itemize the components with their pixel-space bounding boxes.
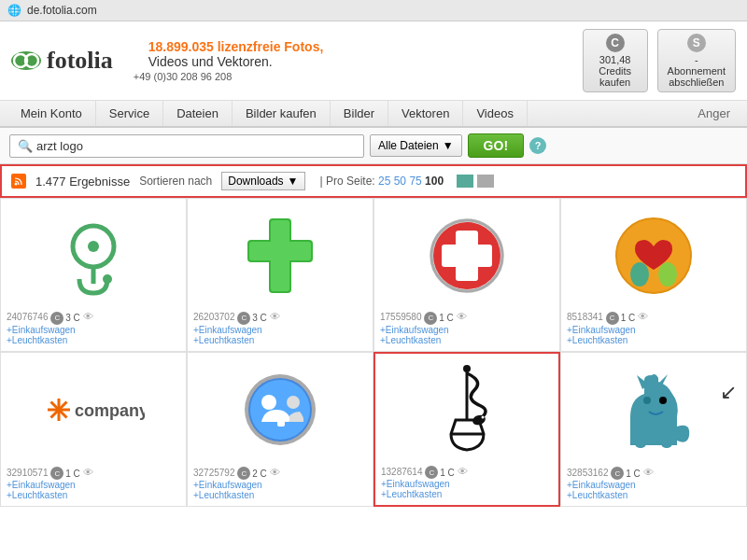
img-actions-6[interactable]: +Einkaufswagen+Leuchtkasten [193,480,367,500]
img-actions-5[interactable]: +Einkaufswagen+Leuchtkasten [7,480,180,500]
go-button[interactable]: GO! [468,133,524,158]
img-id-3: 17559580 [380,312,422,322]
img-price-2: C 3 C [237,312,267,325]
nav-item-vektoren[interactable]: Vektoren [388,101,463,126]
abo-label: Abonnementabschließen [668,65,726,88]
logo-text: fotolia [47,47,113,75]
sort-arrow: ▼ [288,175,299,188]
image-cell-1[interactable]: 24076746 C 3 C 👁 +Einkaufswagen+Leuchtka… [0,198,187,352]
tagline-area: 18.899.035 lizenzfreie Fotos, Videos und… [134,39,324,82]
img-actions-3[interactable]: +Einkaufswagen+Leuchtkasten [380,325,554,345]
image-thumb-1 [7,204,180,307]
search-icon: 🔍 [18,139,33,153]
phone: +49 (0)30 208 96 208 [134,71,324,82]
search-input[interactable] [36,139,356,153]
img-actions-8[interactable]: +Einkaufswagen+Leuchtkasten [567,480,740,500]
abo-button[interactable]: S - Abonnementabschließen [657,29,736,92]
tagline-count: 18.899.035 [148,39,214,54]
results-count: 1.477 Ergebnisse [35,175,130,189]
credits-amount: 301,48 [599,54,631,65]
img-price-4: C 1 C [606,312,636,325]
svg-rect-14 [442,245,492,267]
nav-item-bilder-kaufen[interactable]: Bilder kaufen [233,101,331,126]
help-icon[interactable]: ? [529,137,546,154]
sort-value: Downloads [228,175,283,188]
image-thumb-4 [567,204,740,307]
img-price-6: C 2 C [237,467,267,480]
img-actions-4[interactable]: +Einkaufswagen+Leuchtkasten [567,325,740,345]
filter-label: Alle Dateien [378,139,439,152]
image-cell-6[interactable]: 32725792 C 2 C 👁 +Einkaufswagen+Leuchtka… [187,352,374,508]
img-id-7: 13287614 [381,467,423,477]
image-thumb-6 [193,358,367,463]
header: fotolia 18.899.035 lizenzfreie Fotos, Vi… [0,21,747,101]
img-id-4: 8518341 [567,312,603,322]
per-page-50[interactable]: 50 [394,175,406,188]
nav: Mein Konto Service Dateien Bilder kaufen… [0,101,747,128]
svg-text:company: company [75,401,145,420]
nav-item-konto[interactable]: Mein Konto [7,101,96,126]
per-page-100[interactable]: 100 [425,175,444,188]
svg-rect-39 [635,431,646,448]
tagline: 18.899.035 lizenzfreie Fotos, [148,39,324,54]
nav-item-bilder[interactable]: Bilder [331,101,388,126]
nav-anmelden: Anger [688,101,740,126]
nav-item-service[interactable]: Service [96,101,163,126]
svg-rect-31 [273,416,289,422]
img-price-8: C 1 C [611,467,641,480]
img-id-8: 32853162 [567,468,609,478]
image-meta-8: 32853162 C 1 C 👁 +Einkaufswagen+Leuchtka… [567,467,740,501]
image-cell-5[interactable]: company 32910571 C 1 C 👁 +Einkaufswagen+… [0,352,187,508]
abo-icon: S [687,34,706,52]
list-view-icon[interactable] [477,175,494,188]
tagline-text1: lizenzfreie Fotos, [218,39,324,54]
svg-point-29 [287,396,300,409]
nav-item-videos[interactable]: Videos [463,101,528,126]
image-meta-1: 24076746 C 3 C 👁 +Einkaufswagen+Leuchtka… [7,311,180,345]
filter-select[interactable]: Alle Dateien ▼ [370,134,462,157]
results-bar: 1.477 Ergebnisse Sortieren nach Download… [0,164,747,198]
img-id-1: 24076746 [7,312,49,322]
img-actions-7[interactable]: +Einkaufswagen+Leuchtkasten [381,479,553,499]
abo-dash: - [695,54,698,65]
image-thumb-5: company [7,358,180,463]
img-id-2: 26203702 [193,312,235,322]
image-meta-7: 13287614 C 1 C 👁 +Einkaufswagen+Leuchtka… [381,466,553,500]
credits-button[interactable]: C 301,48 Creditskaufen [583,29,648,92]
svg-point-38 [659,397,667,404]
search-input-wrap[interactable]: 🔍 [9,134,364,158]
image-cell-3[interactable]: 17559580 C 1 C 👁 +Einkaufswagen+Leuchtka… [374,198,560,352]
svg-point-37 [643,397,651,404]
img-actions-1[interactable]: +Einkaufswagen+Leuchtkasten [7,325,180,345]
nav-item-dateien[interactable]: Dateien [163,101,233,126]
image-meta-3: 17559580 C 1 C 👁 +Einkaufswagen+Leuchtka… [380,311,554,345]
per-page-75[interactable]: 75 [409,175,421,188]
svg-point-36 [463,365,471,372]
image-cell-8[interactable]: 32853162 C 1 C 👁 +Einkaufswagen+Leuchtka… [560,352,747,508]
img-actions-2[interactable]: +Einkaufswagen+Leuchtkasten [193,325,367,345]
img-price-7: C 1 C [425,466,455,479]
img-price-3: C 1 C [424,312,454,325]
logo[interactable]: fotolia [11,47,113,75]
rss-icon[interactable] [11,174,26,189]
credits-label: Creditskaufen [599,65,631,88]
browser-bar: 🌐 de.fotolia.com [0,0,747,21]
grid-view-icon[interactable] [457,175,473,188]
sort-select[interactable]: Downloads ▼ [221,172,304,190]
credits-icon: C [606,34,625,52]
image-meta-6: 32725792 C 2 C 👁 +Einkaufswagen+Leuchtka… [193,467,367,501]
image-cell-7[interactable]: 13287614 C 1 C 👁 +Einkaufswagen+Leuchtka… [374,352,560,508]
tagline2: Videos und Vektoren. [148,54,324,69]
image-meta-4: 8518341 C 1 C 👁 +Einkaufswagen+Leuchtkas… [567,311,740,345]
filter-arrow: ▼ [443,139,454,152]
svg-point-17 [630,262,649,287]
per-page-25[interactable]: 25 [378,175,390,188]
svg-rect-10 [249,242,311,260]
image-cell-2[interactable]: 26203702 C 3 C 👁 +Einkaufswagen+Leuchtka… [187,198,374,352]
image-cell-4[interactable]: 8518341 C 1 C 👁 +Einkaufswagen+Leuchtkas… [560,198,747,352]
image-thumb-7 [381,359,553,462]
image-thumb-2 [193,204,367,307]
svg-point-27 [250,380,310,440]
sort-label: Sortieren nach [139,175,212,188]
image-meta-5: 32910571 C 1 C 👁 +Einkaufswagen+Leuchtka… [7,467,180,501]
